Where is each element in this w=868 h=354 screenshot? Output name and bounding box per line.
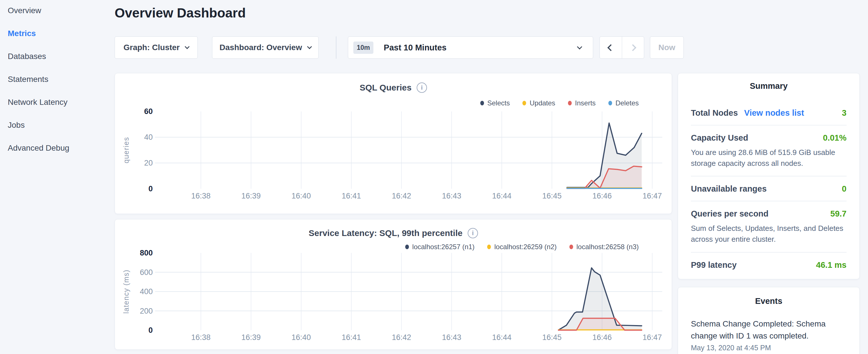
svg-text:600: 600: [140, 268, 153, 277]
view-nodes-list-link[interactable]: View nodes list: [744, 108, 804, 118]
page-title: Overview Dashboard: [115, 5, 246, 21]
svg-text:16:40: 16:40: [291, 333, 311, 342]
svg-text:16:42: 16:42: [392, 333, 411, 342]
event-item[interactable]: Schema Change Completed: Schema change w…: [691, 318, 846, 342]
time-pager: [599, 36, 644, 59]
summary-row-capacity-used: Capacity Used 0.01% You are using 28.6 M…: [691, 125, 846, 176]
chevron-right-icon: [629, 44, 637, 51]
summary-row-queries-per-second: Queries per second 59.7 Sum of Selects, …: [691, 201, 846, 252]
svg-text:16:43: 16:43: [442, 192, 461, 200]
sidebar-item-metrics[interactable]: Metrics: [8, 28, 115, 39]
svg-text:20: 20: [144, 159, 153, 167]
svg-text:40: 40: [144, 133, 153, 141]
summary-label: P99 latency: [691, 260, 737, 270]
svg-text:16:45: 16:45: [542, 333, 562, 342]
sidebar-item-network-latency[interactable]: Network Latency: [8, 97, 115, 108]
time-range-selector[interactable]: 10m Past 10 Minutes: [348, 36, 593, 59]
dashboard-dropdown-label: Dashboard: Overview: [219, 43, 302, 52]
dashboard-dropdown[interactable]: Dashboard: Overview: [212, 36, 319, 59]
summary-label: Queries per second: [691, 209, 769, 219]
sidebar-item-databases[interactable]: Databases: [8, 51, 115, 62]
svg-text:16:38: 16:38: [191, 333, 211, 342]
time-range-label: Past 10 Minutes: [384, 43, 578, 53]
summary-label: Total Nodes: [691, 108, 738, 118]
graph-dropdown-label: Graph: Cluster: [124, 43, 180, 52]
time-back-button[interactable]: [600, 37, 622, 58]
svg-text:16:47: 16:47: [643, 192, 662, 200]
chevron-down-icon: [185, 44, 190, 49]
summary-value: 0.01%: [823, 133, 846, 142]
now-button[interactable]: Now: [650, 36, 684, 59]
svg-text:0: 0: [149, 185, 153, 193]
summary-value: 59.7: [831, 209, 846, 219]
summary-row-total-nodes: Total Nodes View nodes list 3: [691, 100, 846, 125]
svg-text:60: 60: [144, 107, 153, 116]
svg-text:16:46: 16:46: [592, 192, 612, 200]
graph-dropdown[interactable]: Graph: Cluster: [115, 36, 198, 59]
divider: [336, 36, 336, 59]
summary-row-unavailable-ranges: Unavailable ranges 0: [691, 176, 846, 201]
svg-text:16:40: 16:40: [291, 192, 311, 200]
controls-bar: Graph: Cluster Dashboard: Overview 10m P…: [115, 36, 684, 59]
service-latency-chart-card: Service Latency: SQL, 99th percentile i …: [115, 219, 672, 350]
svg-text:400: 400: [140, 287, 153, 296]
event-timestamp: May 13, 2020 at 4:45 PM: [691, 344, 846, 352]
summary-description: Sum of Selects, Updates, Inserts, and De…: [691, 223, 846, 245]
summary-title: Summary: [691, 81, 846, 91]
sidebar: Overview Metrics Databases Statements Ne…: [0, 0, 115, 165]
chevron-left-icon: [607, 44, 614, 51]
summary-value: 0: [842, 184, 846, 194]
svg-text:16:39: 16:39: [241, 192, 261, 200]
sql-queries-chart-card: SQL Queries i SelectsUpdatesInsertsDelet…: [115, 73, 672, 214]
events-title: Events: [691, 296, 846, 306]
chevron-down-icon: [307, 44, 312, 49]
svg-text:16:38: 16:38: [191, 192, 211, 200]
svg-text:800: 800: [140, 249, 153, 257]
svg-text:16:47: 16:47: [643, 333, 662, 342]
svg-text:16:46: 16:46: [592, 333, 612, 342]
svg-text:0: 0: [149, 326, 153, 334]
summary-label: Capacity Used: [691, 133, 748, 142]
sql-queries-chart: 020406016:3816:3916:4016:4116:4216:4316:…: [115, 73, 672, 205]
svg-text:16:42: 16:42: [392, 192, 411, 200]
time-range-badge: 10m: [353, 41, 373, 54]
sidebar-item-statements[interactable]: Statements: [8, 74, 115, 85]
svg-text:16:44: 16:44: [492, 192, 512, 200]
svg-text:queries: queries: [122, 137, 130, 164]
svg-text:16:45: 16:45: [542, 192, 562, 200]
summary-row-p99-latency: P99 latency 46.1 ms: [691, 252, 846, 277]
summary-description: You are using 28.6 MiB of 515.9 GiB usab…: [691, 147, 846, 169]
sidebar-item-advanced-debug[interactable]: Advanced Debug: [8, 142, 115, 154]
events-panel: Events Schema Change Completed: Schema c…: [678, 287, 860, 354]
service-latency-chart: 020040060080016:3816:3916:4016:4116:4216…: [115, 219, 672, 347]
time-forward-button[interactable]: [622, 37, 644, 58]
summary-value: 3: [842, 108, 846, 118]
summary-panel: Summary Total Nodes View nodes list 3 Ca…: [678, 73, 860, 279]
svg-text:16:41: 16:41: [342, 333, 361, 342]
svg-text:latency (ms): latency (ms): [122, 269, 130, 314]
summary-label: Unavailable ranges: [691, 184, 767, 194]
summary-value: 46.1 ms: [816, 260, 846, 270]
sidebar-item-jobs[interactable]: Jobs: [8, 120, 115, 131]
svg-text:200: 200: [140, 307, 153, 315]
svg-text:16:41: 16:41: [342, 192, 361, 200]
svg-text:16:44: 16:44: [492, 333, 512, 342]
chevron-down-icon: [577, 44, 582, 49]
sidebar-item-overview[interactable]: Overview: [8, 5, 115, 16]
svg-text:16:43: 16:43: [442, 333, 461, 342]
svg-text:16:39: 16:39: [241, 333, 261, 342]
